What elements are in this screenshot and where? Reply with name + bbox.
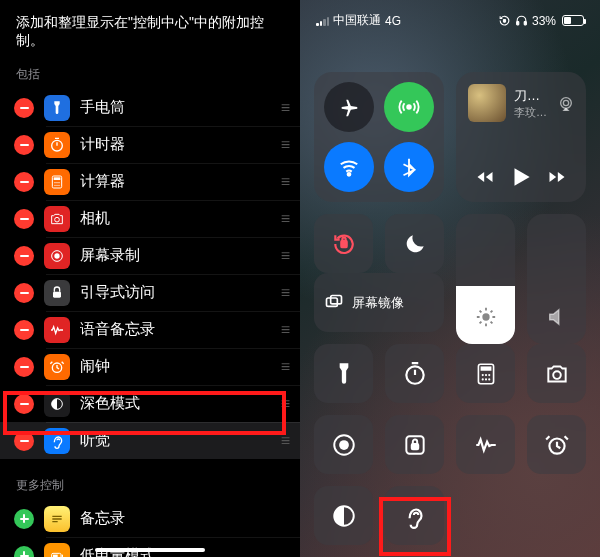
svg-point-3	[54, 182, 55, 183]
headphones-small-icon	[515, 14, 528, 27]
network-text: 4G	[385, 14, 401, 28]
remove-button[interactable]	[14, 320, 34, 340]
timer-button[interactable]	[385, 344, 444, 403]
voicememo-button[interactable]	[456, 415, 515, 474]
drag-handle-icon[interactable]: ≡	[281, 321, 288, 339]
airplane-button[interactable]	[324, 82, 374, 132]
add-button[interactable]	[14, 509, 34, 529]
drag-handle-icon[interactable]: ≡	[281, 247, 288, 265]
row-flashlight[interactable]: 手电筒 ≡	[0, 89, 300, 126]
svg-rect-2	[54, 177, 61, 180]
section-included: 包括	[0, 58, 300, 89]
remove-button[interactable]	[14, 394, 34, 414]
guidedaccess-button[interactable]	[385, 415, 444, 474]
remove-button[interactable]	[14, 172, 34, 192]
row-timer[interactable]: 计时器 ≡	[0, 126, 300, 163]
row-alarm[interactable]: 闹钟 ≡	[0, 348, 300, 385]
drag-handle-icon[interactable]: ≡	[281, 173, 288, 191]
drag-handle-icon[interactable]: ≡	[281, 284, 288, 302]
svg-point-11	[54, 253, 59, 258]
drag-handle-icon[interactable]: ≡	[281, 136, 288, 154]
notes-icon	[44, 506, 70, 532]
svg-rect-34	[327, 298, 338, 306]
bluetooth-button[interactable]	[384, 142, 434, 192]
svg-rect-26	[517, 22, 519, 25]
record-button[interactable]	[314, 415, 373, 474]
media-tile[interactable]: 刀马旦 李玟/周杰伦	[456, 72, 586, 202]
svg-rect-38	[480, 366, 491, 370]
status-bar: 中国联通 4G 33%	[300, 12, 600, 29]
svg-rect-16	[62, 554, 63, 557]
album-art	[468, 84, 506, 122]
home-indicator[interactable]	[95, 548, 205, 552]
alarm-icon	[44, 354, 70, 380]
carrier-text: 中国联通	[333, 12, 381, 29]
remove-button[interactable]	[14, 357, 34, 377]
remove-button[interactable]	[14, 431, 34, 451]
wifi-button[interactable]	[324, 142, 374, 192]
orientation-lock-button[interactable]	[314, 214, 373, 273]
darkmode-button[interactable]	[314, 486, 373, 545]
brightness-slider[interactable]	[456, 214, 515, 344]
next-icon[interactable]	[547, 167, 567, 187]
svg-rect-32	[341, 240, 346, 247]
connectivity-tile[interactable]	[314, 72, 444, 202]
svg-point-47	[339, 440, 349, 450]
svg-point-9	[55, 217, 60, 222]
remove-button[interactable]	[14, 246, 34, 266]
settings-panel: 添加和整理显示在"控制中心"中的附加控制。 包括 手电筒 ≡ 计时器 ≡ 计算器…	[0, 0, 300, 557]
remove-button[interactable]	[14, 283, 34, 303]
row-notes[interactable]: 备忘录	[0, 500, 300, 537]
flashlight-button[interactable]	[314, 344, 373, 403]
darkmode-icon	[44, 391, 70, 417]
airplay-icon[interactable]	[558, 95, 574, 111]
svg-point-5	[58, 182, 59, 183]
calculator-button[interactable]	[456, 344, 515, 403]
row-lowpower[interactable]: 低电量模式	[0, 537, 300, 557]
row-darkmode[interactable]: 深色模式 ≡	[0, 385, 300, 422]
remove-button[interactable]	[14, 98, 34, 118]
remove-button[interactable]	[14, 209, 34, 229]
svg-rect-49	[411, 443, 418, 448]
svg-point-40	[484, 374, 486, 376]
row-hearing[interactable]: 听觉 ≡	[0, 422, 300, 459]
alarm-button[interactable]	[527, 415, 586, 474]
flashlight-icon	[44, 95, 70, 121]
play-icon[interactable]	[508, 164, 534, 190]
prev-icon[interactable]	[475, 167, 495, 187]
camera-icon	[44, 206, 70, 232]
drag-handle-icon[interactable]: ≡	[281, 395, 288, 413]
row-guidedaccess[interactable]: 引导式访问 ≡	[0, 274, 300, 311]
svg-point-44	[488, 378, 490, 380]
cellular-button[interactable]	[384, 82, 434, 132]
drag-handle-icon[interactable]: ≡	[281, 99, 288, 117]
hearing-button[interactable]	[385, 486, 444, 545]
volume-slider[interactable]	[527, 214, 586, 344]
row-calculator[interactable]: 计算器 ≡	[0, 163, 300, 200]
intro-text: 添加和整理显示在"控制中心"中的附加控制。	[0, 0, 300, 58]
media-title: 刀马旦	[514, 87, 550, 105]
svg-point-33	[482, 313, 489, 320]
control-center: 中国联通 4G 33%	[300, 0, 600, 557]
drag-handle-icon[interactable]: ≡	[281, 358, 288, 376]
svg-point-30	[561, 98, 572, 109]
svg-point-7	[56, 184, 57, 185]
dnd-button[interactable]	[385, 214, 444, 273]
svg-point-4	[56, 182, 57, 183]
svg-point-6	[54, 184, 55, 185]
add-button[interactable]	[14, 546, 34, 558]
camera-button[interactable]	[527, 344, 586, 403]
svg-rect-17	[53, 554, 58, 557]
remove-button[interactable]	[14, 135, 34, 155]
record-icon	[44, 243, 70, 269]
row-voicememo[interactable]: 语音备忘录 ≡	[0, 311, 300, 348]
media-subtitle: 李玟/周杰伦	[514, 105, 550, 120]
row-screenrecord[interactable]: 屏幕录制 ≡	[0, 237, 300, 274]
lowpower-icon	[44, 543, 70, 558]
screen-mirror-label: 屏幕镜像	[352, 294, 404, 312]
drag-handle-icon[interactable]: ≡	[281, 210, 288, 228]
screen-mirror-button[interactable]: 屏幕镜像	[314, 273, 444, 332]
drag-handle-icon[interactable]: ≡	[281, 432, 288, 450]
lock-icon	[44, 280, 70, 306]
row-camera[interactable]: 相机 ≡	[0, 200, 300, 237]
